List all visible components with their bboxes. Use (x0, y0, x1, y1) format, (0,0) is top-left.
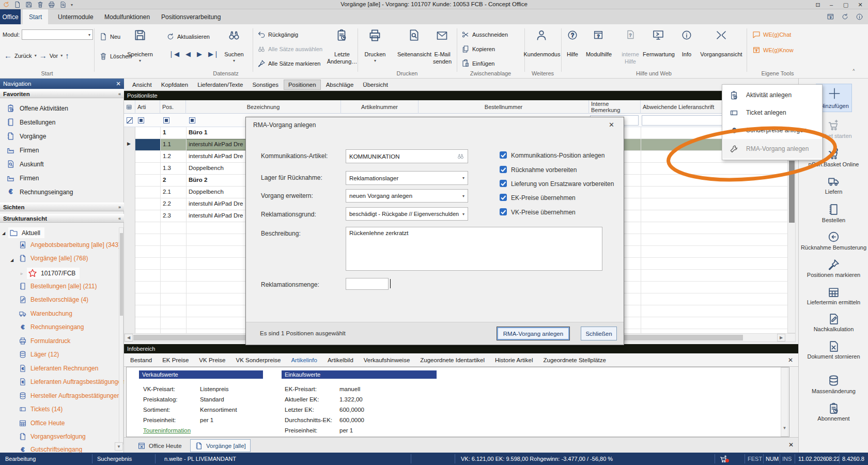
email-icon[interactable] (435, 29, 449, 42)
info-tab-ek-preise[interactable]: EK Preise (162, 357, 189, 363)
delivery-date-button[interactable]: Liefertermin ermitteln (799, 299, 868, 305)
help-window-icon[interactable] (827, 13, 834, 21)
recalculation-button[interactable]: Nachkalkulation (799, 326, 868, 332)
info-tab-artikelinfo[interactable]: Artikelinfo (291, 357, 317, 363)
checkbox-label[interactable]: Kommunikations-Position anlegen (511, 152, 605, 159)
tree-root-aktuell[interactable]: Aktuell (8, 227, 44, 238)
prev-record-icon[interactable]: ◀ (185, 50, 191, 58)
search-dropdown-icon[interactable]: ▾ (220, 58, 249, 63)
doc-tab-uebersicht[interactable]: Übersicht (359, 80, 392, 89)
scroll-right-icon[interactable]: ▶ (777, 334, 785, 342)
first-record-icon[interactable]: ❘◀ (168, 50, 179, 58)
doc-tab-positionen[interactable]: Positionen (284, 80, 321, 90)
cancel-document-button[interactable]: Dokument stornieren (799, 353, 868, 360)
help-icon[interactable] (567, 29, 578, 41)
filter-input-abweichende-lieferanschrift[interactable] (642, 115, 734, 126)
tree-expander-icon[interactable]: ▹ (21, 271, 23, 276)
print-icon[interactable] (368, 28, 382, 42)
nav-item-auskunft[interactable]: Auskunft (0, 157, 120, 171)
window-tab-office-heute[interactable]: Office Heute (133, 439, 186, 452)
return-sampling-button[interactable]: Rücknahme Bemusterung (799, 244, 868, 251)
ribbon-collapse-icon[interactable]: ˄ (853, 68, 855, 72)
filter-checkbox-icon[interactable] (138, 117, 144, 123)
info-close-icon[interactable]: ✕ (788, 357, 793, 364)
print-button[interactable]: Drucken (359, 51, 391, 57)
new-button[interactable]: Neu (99, 33, 120, 41)
search-button[interactable]: Suchen (220, 51, 249, 57)
tab-untermodule[interactable]: Untermodule (52, 9, 100, 24)
process-view-button[interactable]: Vorgangsansicht (695, 51, 747, 57)
menu-item-ticket-anlegen[interactable]: Ticket anlegen (723, 104, 822, 121)
last-change-icon[interactable] (335, 28, 348, 42)
rma-submit-button[interactable]: RMA-Vorgang anlegen (497, 327, 570, 340)
customer-mode-button[interactable]: Kundenmodus (521, 51, 563, 57)
info-panel-scrollbar[interactable]: ▼ (781, 367, 788, 437)
tree-item-formulardruck[interactable]: Formulardruck (19, 337, 70, 345)
scroll-left-icon[interactable]: ◀ (125, 334, 133, 342)
info-tab-historie-artikel[interactable]: Historie Artikel (495, 357, 533, 363)
tree-item-101707-fcb[interactable]: 101707/FCB (27, 268, 80, 279)
nav-item-bestellungen[interactable]: Bestellungen (0, 115, 120, 129)
vorgang-erweitern-combobox[interactable]: neuen Vorgang anlegen▾ (346, 189, 468, 203)
checkbox-kommunikations-position[interactable] (500, 151, 507, 159)
checkbox-label[interactable]: Rücknahme vorbereiten (511, 166, 577, 174)
back-button[interactable]: Zurück (14, 53, 32, 59)
info-icon[interactable] (681, 29, 692, 41)
doc-tab-abschlaege[interactable]: Abschläge (322, 80, 358, 89)
section-favoriten[interactable]: Favoriten« (0, 89, 124, 98)
checkbox-label[interactable]: EK-Preise übernehmen (511, 194, 576, 202)
page-preview-icon[interactable] (407, 28, 421, 42)
selected-row-checkbox-cell[interactable] (135, 139, 160, 150)
modul-combobox[interactable]: ▾ (22, 29, 93, 40)
menu-item-aktivitaet-anlegen[interactable]: Aktivität anlegen (723, 86, 822, 104)
tree-item-lieferanten-rechnungen[interactable]: Lieferanten Rechnungen (19, 364, 98, 373)
copy-button[interactable]: Kopieren (461, 45, 495, 53)
col-header-bestellnummer[interactable]: Bestellnummer (419, 100, 589, 114)
remote-support-icon[interactable] (652, 29, 664, 41)
help-button[interactable]: Hilfe (562, 51, 583, 57)
tab-bar-close-icon[interactable]: ✕ (788, 441, 794, 448)
checkbox-label[interactable]: VK-Preise übernehmen (511, 209, 576, 216)
tree-item-bestellungen-alle[interactable]: Bestellungen [alle] (211) (19, 282, 97, 290)
reklamationsgrund-combobox[interactable]: beschädigt - Rückgabe // Eigenverschulde… (346, 207, 468, 221)
toureninformation-link[interactable]: Toureninformation (143, 427, 191, 433)
tree-item-bestellvorschlaege[interactable]: Bestellvorschläge (4) (19, 296, 88, 304)
checkbox-vk-preise[interactable] (500, 208, 507, 215)
module-help-button[interactable]: Modulhilfe (581, 51, 616, 57)
remote-support-button[interactable]: Fernwartung (639, 51, 679, 57)
customer-mode-icon[interactable] (535, 28, 548, 42)
info-tab-vk-sonderpreise[interactable]: VK Sonderpreise (236, 357, 281, 363)
filter-checkbox-icon[interactable] (189, 117, 195, 123)
process-view-icon[interactable] (715, 29, 727, 41)
kommunikations-artikel-input[interactable]: KOMMUNIKATION (346, 149, 468, 163)
back-dropdown-icon[interactable]: ▾ (35, 53, 37, 58)
subscription-button[interactable]: Abonnement (799, 415, 868, 422)
save-dropdown-icon[interactable]: ▾ (124, 58, 156, 63)
info-tab-artikelbild[interactable]: Artikelbild (328, 357, 353, 363)
print-dropdown-icon[interactable]: ▾ (359, 58, 391, 63)
last-change-button-line1[interactable]: Letzte (326, 51, 359, 57)
dialog-close-button[interactable]: Schließen (581, 327, 617, 340)
paste-button[interactable]: Einfügen (461, 59, 494, 68)
tree-item-lieferanten-auftragsbestaetigungen[interactable]: Lieferanten Auftragsbestätigungen (19, 378, 125, 386)
col-header-bezeichnung[interactable]: Bezeichnung (186, 100, 341, 114)
wegknow-button[interactable]: WE(g)Know (752, 46, 794, 54)
refresh-button[interactable]: Aktualisieren (166, 33, 210, 41)
save-icon[interactable] (133, 28, 147, 42)
info-tab-zugeordnete-stellplaetze[interactable]: Zugeordnete Stellplätze (543, 357, 606, 363)
tree-item-hersteller-auftragsbestaetigungen[interactable]: Hersteller Auftragsbestätigungen (19, 392, 120, 400)
tree-item-warenbuchung[interactable]: Warenbuchung (19, 309, 72, 318)
info-circle-icon[interactable] (856, 13, 863, 21)
filter-toggle-icon[interactable] (127, 117, 133, 123)
email-button-line2[interactable]: senden (429, 58, 456, 65)
checkbox-label[interactable]: Lieferung von Ersatzware vorbereiten (511, 180, 614, 188)
mark-positions-button[interactable]: Positionen markieren (799, 272, 868, 278)
checkbox-ek-preise[interactable] (500, 194, 507, 201)
window-tab-vorgaenge-alle[interactable]: Vorgänge [alle] (190, 439, 251, 452)
menu-item-sonderpreise-anlegen[interactable]: Sonderpreise anlegen (723, 121, 822, 139)
mark-all-records-button[interactable]: Alle Sätze markieren (257, 59, 321, 68)
window-maximize-icon[interactable]: ▢ (840, 1, 851, 8)
save-button[interactable]: Speichern (124, 51, 156, 57)
nav-item-rechnungseingang[interactable]: Rechnungseingang (0, 185, 120, 199)
checkbox-lieferung-ersatzware[interactable] (500, 180, 507, 187)
